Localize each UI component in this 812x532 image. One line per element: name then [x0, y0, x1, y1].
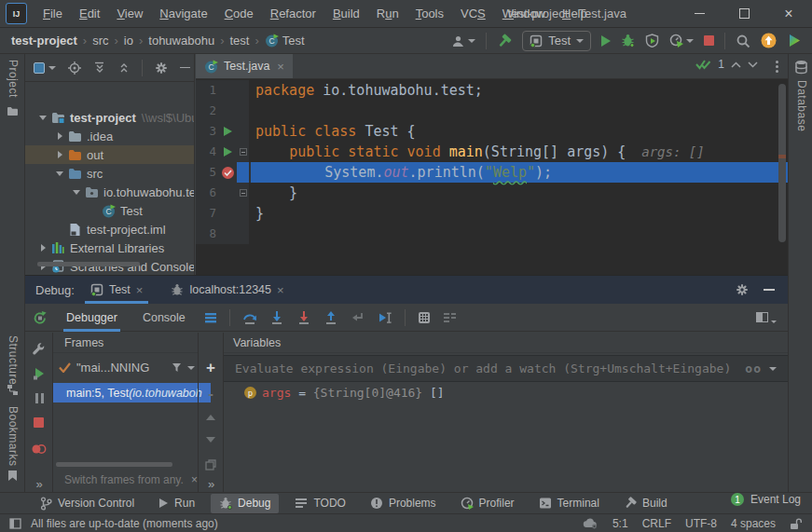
menu-run[interactable]: Run [368, 0, 407, 27]
breadcrumb-io[interactable]: io [124, 34, 133, 48]
run-with-coverage-button[interactable] [645, 34, 659, 48]
tree-row-src[interactable]: src [25, 164, 194, 183]
minimize-button[interactable] [683, 0, 715, 27]
more-options-icon[interactable] [776, 61, 778, 73]
inspections-widget[interactable]: 1 [695, 58, 758, 71]
debug-session-tab-remote[interactable]: localhost:12345 × [162, 276, 292, 304]
background-tasks-button[interactable] [583, 517, 599, 529]
tab-test-java[interactable]: C Test.java × [196, 54, 293, 78]
menu-code[interactable]: Code [216, 0, 262, 27]
tree-row-test[interactable]: CTest [25, 201, 194, 220]
toolwindow-button-run[interactable]: Run [150, 494, 203, 513]
toolwindow-button-profiler[interactable]: Profiler [452, 494, 523, 513]
project-hscrollbar[interactable] [37, 262, 140, 266]
toolwindow-button-version-control[interactable]: Version Control [32, 494, 143, 513]
profiler-button[interactable] [669, 34, 694, 48]
drop-frame-button[interactable] [351, 310, 365, 325]
build-button[interactable] [497, 34, 512, 48]
debug-settings-button[interactable] [736, 283, 749, 296]
chevron-down-icon[interactable] [53, 171, 66, 176]
toolwindow-button-build[interactable]: Build [615, 494, 676, 513]
breadcrumb-test[interactable]: test [229, 34, 249, 48]
toolwindow-button-database[interactable]: Database [795, 80, 808, 134]
force-step-into-button[interactable] [296, 310, 311, 325]
user-profile-button[interactable] [451, 34, 475, 48]
menu-build[interactable]: Build [324, 0, 368, 27]
fold-marker-icon[interactable] [237, 142, 249, 162]
menu-navigate[interactable]: Navigate [151, 0, 215, 27]
breadcrumb-src[interactable]: src [92, 34, 108, 48]
tree-row-test-project[interactable]: test-project \\wsl$\Ubu [25, 108, 194, 127]
threads-view-icon[interactable] [204, 312, 217, 323]
toolwindow-button-debug[interactable]: Debug [211, 494, 279, 513]
menu-refactor[interactable]: Refactor [262, 0, 324, 27]
restore-layout-button[interactable] [443, 312, 457, 323]
toolwindow-button-bookmarks[interactable]: Bookmarks [7, 406, 20, 470]
close-icon[interactable]: × [191, 473, 198, 486]
tree-row-idea[interactable]: .idea [25, 127, 194, 145]
next-problem-icon[interactable] [748, 61, 758, 68]
mute-breakpoints-button[interactable] [25, 443, 52, 456]
menu-edit[interactable]: Edit [71, 0, 108, 27]
readonly-toggle-button[interactable] [790, 517, 803, 530]
pause-button[interactable] [25, 392, 52, 404]
collapse-all-button[interactable] [117, 61, 130, 74]
ide-feature-trainer-button[interactable] [787, 33, 803, 48]
maximize-button[interactable] [728, 0, 760, 27]
filter-icon[interactable] [172, 362, 182, 373]
line-ending-indicator[interactable]: CRLF [642, 517, 671, 530]
toolwindow-button-terminal[interactable]: Terminal [530, 494, 608, 513]
move-watch-down-button[interactable] [199, 437, 223, 443]
chevron-down-icon[interactable] [36, 116, 49, 120]
frames-hscrollbar[interactable] [56, 462, 172, 467]
close-icon[interactable]: × [136, 283, 144, 297]
close-icon[interactable]: × [277, 60, 284, 74]
toolwindow-button-structure[interactable]: Structure [7, 335, 20, 388]
thread-selector[interactable]: "mai...NNING [59, 361, 195, 375]
tree-row-out[interactable]: out [25, 145, 194, 164]
tree-row-external-libraries[interactable]: External Libraries [25, 239, 194, 257]
debug-settings-wrench-button[interactable] [25, 342, 52, 356]
run-configuration-select[interactable]: Test [522, 31, 591, 51]
resume-button[interactable] [25, 367, 52, 380]
more-actions-button[interactable]: » [25, 477, 52, 491]
breakpoint-icon[interactable] [219, 167, 237, 179]
toolwindow-button-project[interactable]: Project [7, 60, 20, 101]
run-line-icon[interactable] [219, 127, 237, 136]
more-watch-actions-button[interactable]: » [199, 477, 223, 491]
fold-marker-icon[interactable] [237, 183, 249, 203]
chevron-right-icon[interactable] [53, 151, 66, 158]
duplicate-watch-button[interactable] [199, 459, 223, 471]
expand-all-button[interactable] [93, 61, 105, 74]
prev-problem-icon[interactable] [731, 61, 741, 68]
step-into-button[interactable] [269, 310, 284, 325]
menu-vcs[interactable]: VCS [452, 0, 494, 27]
project-view-selector[interactable] [33, 61, 56, 75]
debug-button[interactable] [621, 34, 635, 48]
run-line-icon[interactable] [219, 147, 237, 157]
hide-debug-button[interactable] [764, 289, 775, 291]
run-to-cursor-button[interactable] [378, 310, 392, 325]
step-out-button[interactable] [323, 310, 338, 325]
chevron-down-icon[interactable] [70, 190, 83, 195]
caret-position[interactable]: 5:1 [612, 517, 628, 530]
editor-vscrollbar[interactable] [778, 84, 786, 242]
tab-console[interactable]: Console [136, 304, 192, 332]
breadcrumb-test[interactable]: CTest [265, 34, 305, 48]
ide-updates-button[interactable] [761, 33, 777, 48]
tree-row-io-tohuwabohu-test[interactable]: io.tohuwabohu.test [25, 183, 194, 201]
close-button[interactable]: × [773, 0, 805, 27]
move-watch-up-button[interactable] [199, 415, 223, 420]
evaluate-expression-row[interactable]: Evaluate expression (Eingabe) or add a w… [224, 355, 788, 382]
glasses-icon[interactable]: oo [737, 361, 769, 375]
run-button[interactable] [601, 35, 611, 47]
toolwindow-button-todo[interactable]: TODO [286, 494, 353, 513]
evaluate-expression-button[interactable] [418, 311, 431, 324]
debug-session-tab-test[interactable]: Test × [82, 276, 152, 304]
frame-row-selected[interactable]: main:5, Test (io.tohuwaboh [53, 383, 211, 402]
chevron-right-icon[interactable] [53, 132, 66, 140]
stop-button[interactable] [704, 35, 714, 46]
toolwindow-button-problems[interactable]: Problems [362, 494, 445, 513]
stop-debug-button[interactable] [25, 417, 52, 428]
indent-indicator[interactable]: 4 spaces [731, 517, 776, 530]
